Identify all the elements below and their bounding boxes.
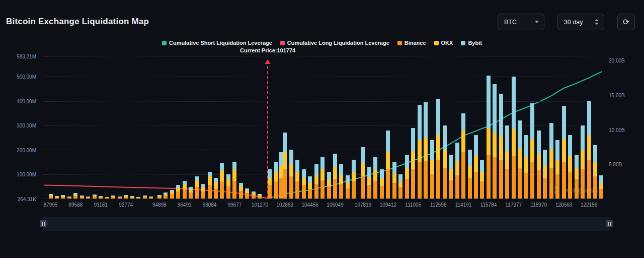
bar-segment-okx <box>543 166 547 178</box>
bar-segment-okx <box>530 139 534 162</box>
legend-item-okx[interactable]: OKX <box>434 40 453 46</box>
bar-segment-bybit <box>289 150 293 164</box>
bar-segment-bybit <box>214 178 218 182</box>
plot-area[interactable]: coinglass <box>43 56 602 199</box>
bar-segment-binance <box>105 198 109 199</box>
liquidation-bar <box>562 106 566 199</box>
liquidation-bar <box>252 191 256 199</box>
bar-segment-binance <box>461 152 465 199</box>
bar-segment-bybit <box>398 174 403 182</box>
bar-segment-bybit <box>308 176 312 182</box>
liquidation-bar <box>593 145 597 199</box>
bar-segment-binance <box>443 168 447 199</box>
y-axis-label-left: 583.21M <box>17 54 36 59</box>
bar-segment-okx <box>449 169 453 180</box>
legend-item-cumulative-short[interactable]: Cumulative Short Liquidation Leverage <box>162 40 272 46</box>
bar-segment-bybit <box>568 135 572 156</box>
navigator-handle-right[interactable] <box>606 220 613 227</box>
liquidation-bar <box>283 133 287 199</box>
y-axis-label-left: 100.00M <box>17 172 36 177</box>
bar-segment-binance <box>392 183 396 199</box>
current-price-label: Current Price:101774 <box>240 47 295 53</box>
bar-segment-okx <box>411 151 415 169</box>
liquidation-bar <box>220 163 224 199</box>
bar-segment-okx <box>283 152 287 169</box>
liquidation-bar <box>67 197 71 199</box>
liquidation-bar <box>352 160 356 199</box>
bar-segment-binance <box>562 162 566 199</box>
x-axis-label: 91181 <box>94 202 108 208</box>
bar-segment-binance <box>279 178 283 199</box>
bar-segment-binance <box>386 169 390 199</box>
bar-segment-bybit <box>430 140 434 160</box>
bar-segment-binance <box>170 194 174 199</box>
liquidation-bar <box>398 174 403 199</box>
liquidation-bar <box>411 128 415 199</box>
bar-segment-bybit <box>226 174 230 179</box>
bar-segment-okx <box>176 188 180 191</box>
bar-segment-okx <box>308 183 312 189</box>
x-axis-label: 107819 <box>355 202 371 208</box>
bar-segment-okx <box>386 152 390 169</box>
bar-segment-bybit <box>524 135 528 157</box>
bar-segment-binance <box>530 162 534 199</box>
bar-segment-binance <box>55 198 59 199</box>
liquidation-bar <box>487 76 491 199</box>
x-axis-label: 106049 <box>327 202 343 208</box>
bar-segment-binance <box>86 198 90 199</box>
bar-segment-binance <box>581 169 585 199</box>
chart-controls: BTC 30 day ⟳ <box>498 14 635 30</box>
symbol-select-value: BTC <box>504 19 517 26</box>
bar-segment-bybit <box>593 145 597 163</box>
spinner-icon <box>595 19 599 25</box>
bar-segment-binance <box>327 186 331 199</box>
bar-segment-bybit <box>555 140 559 160</box>
bar-segment-binance <box>258 197 262 199</box>
bar-segment-binance <box>361 176 365 199</box>
liquidation-bar <box>327 172 331 199</box>
bar-segment-binance <box>124 197 128 199</box>
bar-segment-okx <box>549 149 553 168</box>
y-axis-label-left: 300.00M <box>17 123 36 128</box>
bar-segment-binance <box>73 196 77 199</box>
bar-segment-bybit <box>302 169 306 178</box>
liquidation-bar <box>549 123 553 199</box>
liquidation-bar <box>170 190 174 199</box>
refresh-button[interactable]: ⟳ <box>617 14 635 30</box>
bar-segment-okx <box>443 150 447 168</box>
bar-segment-bybit <box>461 113 465 131</box>
navigator-handle-left[interactable] <box>40 220 47 227</box>
bar-segment-bybit <box>549 123 553 149</box>
liquidation-bar <box>111 196 115 199</box>
bar-segment-bybit <box>373 157 377 170</box>
bar-segment-binance <box>118 198 122 199</box>
bar-segment-binance <box>49 197 53 199</box>
bar-segment-okx <box>361 163 365 177</box>
bar-segment-bybit <box>455 143 459 161</box>
range-select[interactable]: 30 day <box>557 14 604 30</box>
bar-segment-binance <box>339 184 343 199</box>
bar-segment-okx <box>226 179 230 186</box>
bar-segment-okx <box>575 168 579 179</box>
legend-item-cumulative-long[interactable]: Cumulative Long Liquidation Leverage <box>280 40 389 46</box>
bar-segment-binance <box>524 173 528 199</box>
page-title: Bitcoin Exchange Liquidation Map <box>6 17 149 27</box>
chart-legend: Cumulative Short Liquidation Leverage Cu… <box>0 40 644 46</box>
liquidation-bar <box>575 155 579 199</box>
bar-segment-bybit <box>424 102 428 138</box>
range-navigator[interactable] <box>43 217 610 231</box>
liquidation-bar <box>320 157 325 199</box>
bar-segment-binance <box>61 197 65 199</box>
legend-item-binance[interactable]: Binance <box>397 40 426 46</box>
bar-segment-binance <box>302 185 306 199</box>
legend-item-bybit[interactable]: Bybit <box>461 40 482 46</box>
bar-segment-okx <box>474 156 478 171</box>
liquidation-bar <box>226 174 230 199</box>
symbol-select[interactable]: BTC <box>498 14 544 30</box>
bar-segment-binance <box>157 197 162 199</box>
bar-segment-binance <box>367 185 371 199</box>
y-axis-label-left: 264.31K <box>18 196 36 202</box>
y-axis-label-right: 5.00B <box>609 162 622 167</box>
bar-segment-okx <box>436 135 440 159</box>
liquidation-bar <box>99 196 103 199</box>
